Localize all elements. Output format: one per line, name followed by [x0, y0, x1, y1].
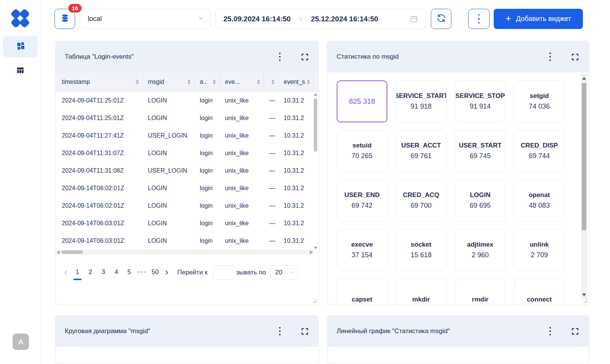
table-cell: unix_like — [220, 202, 264, 209]
sort-icon[interactable] — [188, 79, 191, 85]
sort-icon[interactable] — [136, 79, 139, 85]
stat-card[interactable]: SERVICE_STOP 91 914 — [455, 80, 506, 122]
column-header[interactable] — [264, 72, 278, 91]
stat-card[interactable]: unlink 2 709 — [514, 229, 565, 271]
stat-card-value: 2 960 — [472, 251, 489, 259]
stat-card[interactable]: CRED_ACQ 69 700 — [396, 180, 446, 221]
scroll-up-arrow[interactable] — [314, 93, 318, 96]
sort-icon[interactable] — [271, 79, 274, 85]
stats-vertical-scrollbar[interactable] — [581, 74, 587, 299]
datasource-select[interactable]: local — [80, 9, 211, 29]
table-cell: login — [194, 167, 220, 174]
widget-menu-icon[interactable] — [548, 325, 552, 338]
calendar-icon[interactable] — [410, 15, 418, 23]
table-cell: — — [264, 115, 278, 122]
column-header[interactable]: eve... — [220, 72, 264, 91]
widget-resize-handle[interactable] — [313, 299, 316, 303]
widget-menu-icon[interactable] — [278, 325, 282, 338]
fullscreen-icon[interactable] — [301, 53, 308, 61]
column-header[interactable]: a.. — [194, 72, 220, 91]
scrollbar-thumb[interactable] — [582, 83, 586, 230]
sort-icon[interactable] — [213, 79, 216, 85]
date-to[interactable]: 25.12.2024 16:14:50 — [311, 15, 378, 23]
pagination-page[interactable]: 4 — [111, 268, 122, 277]
stat-card[interactable]: rmdir — [455, 279, 506, 305]
pagination-page[interactable]: 1 — [72, 268, 83, 277]
table-cell: unix_like — [220, 97, 264, 104]
widget-title: Таблица "Login-events" — [65, 53, 278, 61]
pagination-page[interactable]: 3 — [98, 268, 109, 277]
stat-card[interactable]: connect — [514, 279, 565, 305]
table-cell: login — [194, 115, 220, 122]
stat-card[interactable]: setgid 74 036 — [514, 80, 565, 122]
stat-card[interactable]: LOGIN 69 695 — [455, 180, 506, 221]
stat-card[interactable]: adjtimex 2 960 — [455, 229, 506, 271]
sort-icon[interactable] — [257, 79, 260, 85]
stat-card[interactable]: capset — [337, 279, 387, 305]
date-from[interactable]: 25.09.2024 16:14:50 — [223, 15, 291, 23]
column-header[interactable]: timestamp — [56, 72, 143, 91]
table-vertical-scrollbar[interactable] — [313, 93, 318, 249]
widget-menu-icon[interactable] — [278, 50, 282, 64]
pagination-page[interactable]: 2 — [85, 268, 96, 277]
fullscreen-icon[interactable] — [571, 328, 579, 335]
table-row: 2024-09-04T11:25:01ZLOGINloginunix_like—… — [56, 92, 318, 109]
stat-card[interactable]: execve 37 154 — [337, 229, 387, 271]
dashboard-more-button[interactable] — [468, 9, 490, 29]
scroll-right-arrow[interactable] — [310, 250, 313, 254]
user-avatar[interactable]: A — [13, 334, 29, 350]
page-size-select[interactable]: 20 — [270, 265, 298, 280]
column-header[interactable]: event_sr... — [278, 72, 314, 91]
goto-page-input[interactable] — [213, 265, 235, 280]
pagination-page[interactable]: 5 — [124, 268, 135, 277]
stat-card-label: SERVICE_START — [396, 92, 446, 100]
column-header-label: msgid — [148, 79, 164, 85]
stat-card[interactable]: CRED_DISP 69 744 — [514, 130, 565, 172]
stat-card[interactable]: SERVICE_START 91 918 — [396, 80, 446, 122]
table-cell: LOGIN — [143, 220, 194, 227]
sort-icon[interactable] — [307, 79, 310, 85]
pagination-page[interactable]: 50 — [149, 268, 161, 277]
app-logo[interactable] — [10, 8, 30, 29]
scrollbar-thumb[interactable] — [314, 98, 317, 152]
scroll-left-arrow[interactable] — [57, 250, 59, 254]
sidebar-item-tables[interactable] — [3, 60, 38, 82]
scrollbar-thumb[interactable] — [61, 250, 83, 254]
fullscreen-icon[interactable] — [571, 53, 579, 61]
table-cell: unix_like — [220, 115, 264, 122]
widget-menu-icon[interactable] — [548, 50, 552, 64]
pagination-page[interactable]: ••• — [136, 268, 148, 277]
scroll-down-arrow[interactable] — [582, 293, 586, 296]
stat-card-label: CRED_DISP — [521, 142, 558, 149]
table-cell: 2024-09-04T11:31:08Z — [56, 167, 143, 174]
stat-card[interactable]: USER_START 69 745 — [455, 130, 506, 172]
column-header[interactable]: msgid — [143, 72, 194, 91]
per-page-label: зывать по — [236, 269, 266, 276]
add-widget-button[interactable]: + Добавить виджет — [494, 9, 583, 29]
stat-card[interactable]: USER_ACCT 69 761 — [396, 130, 446, 172]
table-row: 2024-09-04T11:31:08ZUSER_LOGINloginunix_… — [56, 162, 318, 180]
table-horizontal-scrollbar[interactable] — [56, 250, 314, 255]
stat-card[interactable]: openat 48 083 — [514, 180, 565, 221]
pagination-next-icon[interactable] — [162, 268, 171, 277]
scroll-up-arrow[interactable] — [582, 77, 586, 80]
stat-card-value: 15 618 — [411, 251, 432, 259]
table-icon — [16, 66, 25, 76]
widget-resize-handle[interactable] — [583, 299, 587, 303]
table-cell: — — [264, 237, 278, 244]
stat-card[interactable]: setuid 70 265 — [337, 130, 387, 172]
stat-card[interactable]: USER_END 69 742 — [337, 180, 387, 221]
stat-card-value: 70 265 — [352, 152, 372, 160]
stat-card[interactable]: socket 15 618 — [396, 229, 446, 271]
widget-login-events-table: Таблица "Login-events" timestamp msgid a… — [55, 41, 319, 305]
stat-card[interactable]: 825 318 — [337, 80, 387, 122]
fullscreen-icon[interactable] — [301, 328, 308, 335]
stat-card[interactable]: mkdir — [396, 279, 446, 305]
sidebar-item-dashboards[interactable] — [3, 36, 38, 57]
widget-msgid-stats: Статистика по msgid 825 318 SERVICE_STAR… — [327, 41, 589, 305]
refresh-button[interactable] — [431, 9, 451, 29]
scroll-down-arrow[interactable] — [314, 247, 318, 249]
date-range-picker[interactable]: 25.09.2024 16:14:50 25.12.2024 16:14:50 — [215, 9, 426, 29]
pagination-prev-icon[interactable] — [61, 268, 71, 277]
stat-card-label: setuid — [352, 142, 371, 149]
